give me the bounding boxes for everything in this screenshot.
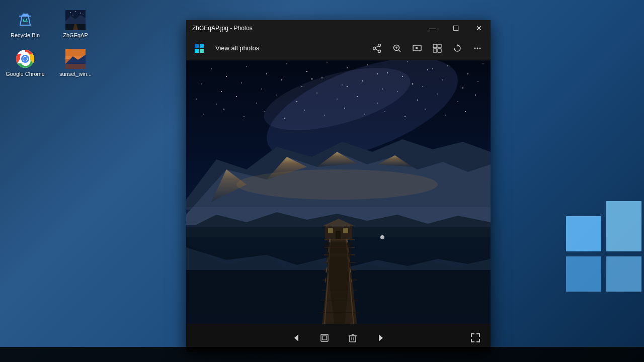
toolbar: View all photos xyxy=(186,36,491,60)
edit-button[interactable] xyxy=(315,329,334,347)
taskbar xyxy=(0,347,644,362)
svg-point-67 xyxy=(241,82,242,83)
svg-point-111 xyxy=(377,73,378,74)
svg-point-97 xyxy=(244,116,245,117)
svg-point-57 xyxy=(347,67,348,68)
recycle-bin-label: Recycle Bin xyxy=(11,32,40,39)
recycle-bin-icon[interactable]: Recycle Bin xyxy=(5,10,45,39)
svg-rect-151 xyxy=(336,231,341,239)
svg-point-74 xyxy=(382,88,383,89)
zoom-button[interactable] xyxy=(388,39,406,57)
svg-rect-26 xyxy=(195,49,199,53)
svg-rect-158 xyxy=(350,336,356,342)
svg-point-110 xyxy=(347,86,348,87)
rotate-button[interactable] xyxy=(448,39,466,57)
svg-point-79 xyxy=(477,81,478,81)
title-bar-controls: — ☐ ✕ xyxy=(421,20,491,36)
previous-button[interactable] xyxy=(287,329,305,347)
svg-rect-150 xyxy=(343,228,348,233)
bottom-controls xyxy=(287,329,390,347)
slideshow-button[interactable] xyxy=(408,39,426,57)
svg-point-80 xyxy=(196,99,197,100)
svg-rect-22 xyxy=(65,64,86,69)
svg-point-30 xyxy=(373,47,376,49)
maximize-button[interactable]: ☐ xyxy=(444,20,467,36)
zhgeqap-label: ZhGEqAP xyxy=(63,32,88,39)
photo-scene xyxy=(186,60,491,324)
svg-point-95 xyxy=(203,114,204,114)
svg-rect-42 xyxy=(438,49,441,52)
svg-line-34 xyxy=(399,50,401,52)
svg-point-73 xyxy=(362,80,363,81)
view-all-photos-button[interactable]: View all photos xyxy=(211,42,263,54)
svg-point-92 xyxy=(437,94,438,95)
svg-point-106 xyxy=(425,109,426,110)
window-title: ZhGEqAP.jpg - Photos xyxy=(192,25,253,32)
svg-point-63 xyxy=(467,73,468,74)
minimize-button[interactable]: — xyxy=(421,20,444,36)
svg-point-108 xyxy=(465,111,466,112)
svg-rect-153 xyxy=(186,207,491,227)
svg-point-101 xyxy=(324,115,325,115)
photo-display-area xyxy=(186,60,491,324)
svg-line-31 xyxy=(375,46,378,48)
svg-point-113 xyxy=(432,68,433,69)
svg-point-84 xyxy=(276,95,277,95)
svg-point-7 xyxy=(23,57,27,61)
svg-rect-156 xyxy=(321,334,328,341)
svg-rect-149 xyxy=(328,228,333,233)
svg-rect-27 xyxy=(200,49,204,53)
svg-point-44 xyxy=(474,47,476,49)
svg-rect-2 xyxy=(566,256,601,292)
svg-point-75 xyxy=(402,76,403,77)
svg-line-32 xyxy=(375,49,378,51)
desktop-icons-column2: ZhGEqAP sunset_win... xyxy=(50,5,101,82)
svg-point-65 xyxy=(201,83,201,84)
svg-rect-1 xyxy=(606,201,641,251)
svg-point-89 xyxy=(377,103,378,104)
fullscreen-button[interactable] xyxy=(466,329,485,347)
svg-point-12 xyxy=(75,11,76,12)
view-all-label: View all photos xyxy=(215,44,259,52)
svg-point-71 xyxy=(321,77,323,78)
photos-app-icon-button[interactable] xyxy=(190,39,208,57)
svg-point-56 xyxy=(327,62,327,63)
svg-rect-41 xyxy=(433,49,437,52)
svg-point-54 xyxy=(286,63,287,64)
google-chrome-icon[interactable]: Google Chrome xyxy=(5,49,45,77)
enhance-button[interactable] xyxy=(428,39,446,57)
svg-rect-40 xyxy=(438,44,441,48)
recycle-bin-image xyxy=(15,10,35,30)
delete-button[interactable] xyxy=(344,329,362,347)
svg-point-51 xyxy=(226,76,227,77)
desktop: Recycle Bin Google Chrome xyxy=(0,0,644,362)
svg-point-45 xyxy=(477,47,478,49)
svg-point-52 xyxy=(246,66,247,66)
more-button[interactable] xyxy=(468,39,487,57)
svg-point-13 xyxy=(80,13,81,14)
svg-marker-163 xyxy=(379,334,383,341)
svg-point-86 xyxy=(316,93,317,94)
desktop-icons-column1: Recycle Bin Google Chrome xyxy=(0,5,50,82)
svg-point-120 xyxy=(236,169,438,200)
svg-point-90 xyxy=(397,91,397,92)
chrome-label: Google Chrome xyxy=(6,71,45,77)
svg-rect-25 xyxy=(200,44,204,48)
svg-point-96 xyxy=(223,109,224,110)
svg-point-109 xyxy=(311,78,313,80)
svg-point-53 xyxy=(266,73,267,74)
svg-rect-20 xyxy=(65,49,86,56)
close-button[interactable]: ✕ xyxy=(467,20,491,36)
svg-point-29 xyxy=(378,50,381,52)
svg-point-28 xyxy=(378,44,381,46)
svg-rect-0 xyxy=(566,216,601,251)
share-button[interactable] xyxy=(368,39,386,57)
svg-point-88 xyxy=(357,96,358,97)
toolbar-right xyxy=(368,39,487,57)
svg-point-66 xyxy=(221,91,222,92)
next-button[interactable] xyxy=(372,329,390,347)
svg-point-112 xyxy=(412,83,414,85)
svg-point-98 xyxy=(264,111,264,112)
zhgeqap-icon[interactable]: ZhGEqAP xyxy=(55,10,96,39)
sunset-win-icon[interactable]: sunset_win... xyxy=(55,49,96,77)
